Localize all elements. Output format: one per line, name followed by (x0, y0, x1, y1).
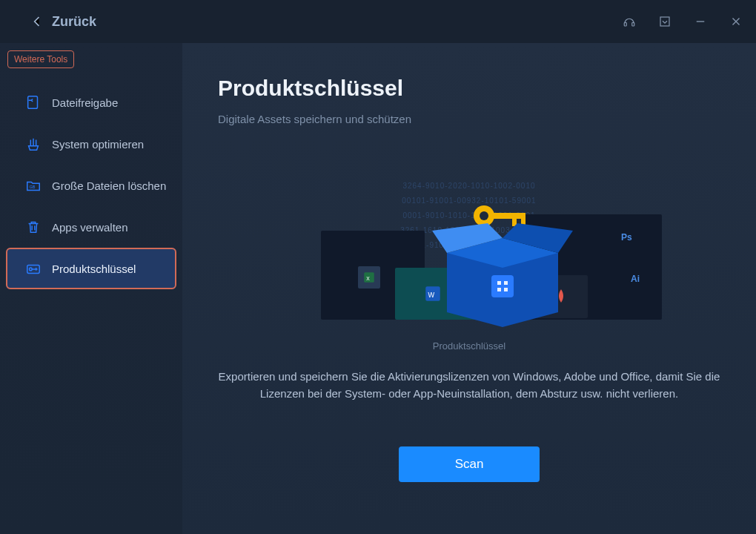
svg-rect-24 (504, 288, 508, 291)
page-subtitle: Digitale Assets speichern und schützen (218, 113, 720, 125)
excel-icon: x (362, 271, 376, 284)
description-text: Exportieren und speichern Sie die Aktivi… (218, 368, 720, 403)
sidebar-item-label: Apps verwalten (52, 221, 128, 234)
illustration-caption: Produktschlüssel (433, 340, 505, 352)
sidebar: Weitere Tools Dateifreigabe System optim… (0, 43, 182, 534)
back-label: Zurück (52, 14, 96, 30)
sidebar-item-label: System optimieren (52, 138, 144, 151)
sidebar-group-label: Weitere Tools (7, 50, 74, 68)
back-button[interactable]: Zurück (30, 14, 96, 30)
trash-icon (25, 219, 42, 235)
arrow-left-icon (30, 14, 44, 29)
svg-rect-21 (497, 281, 501, 285)
svg-rect-23 (497, 288, 501, 291)
share-icon (25, 94, 42, 111)
svg-rect-2 (660, 17, 669, 26)
svg-rect-11 (491, 213, 525, 219)
support-icon[interactable] (623, 15, 636, 28)
key-card-icon (25, 260, 42, 277)
window-controls (623, 15, 743, 28)
sidebar-item-label: Produktschlüssel (52, 263, 136, 275)
minimize-button[interactable] (694, 15, 707, 28)
svg-point-10 (480, 211, 488, 220)
titlebar: Zurück (0, 0, 756, 43)
broom-icon (25, 136, 42, 152)
menu-dropdown-icon[interactable] (658, 15, 672, 28)
main-panel: Produktschlüssel Digitale Assets speiche… (182, 43, 756, 534)
sidebar-item-dateifreigabe[interactable]: Dateifreigabe (0, 82, 182, 123)
svg-text:x: x (366, 274, 370, 282)
sidebar-item-system-optimieren[interactable]: System optimieren (0, 123, 182, 165)
folder-gb-icon: GB (25, 177, 42, 194)
svg-point-6 (30, 268, 33, 271)
open-box-icon (432, 223, 573, 327)
ai-tile-label: Ai (631, 274, 640, 284)
close-button[interactable] (729, 15, 743, 28)
sidebar-item-grosse-dateien[interactable]: GB Große Dateien löschen (0, 165, 182, 206)
sidebar-item-label: Dateifreigabe (52, 96, 118, 109)
sidebar-item-produktschluessel[interactable]: Produktschlüssel (6, 248, 176, 289)
ps-tile-label: Ps (621, 232, 632, 243)
svg-rect-1 (632, 23, 634, 27)
svg-rect-20 (491, 275, 514, 297)
svg-rect-22 (504, 281, 508, 285)
svg-rect-0 (624, 23, 626, 27)
svg-text:GB: GB (30, 185, 36, 189)
sidebar-item-label: Große Dateien löschen (52, 179, 166, 192)
page-title: Produktschlüssel (218, 76, 720, 101)
illustration: 3264-9010-2020-1010-1002-0010 00101-9100… (276, 179, 662, 327)
svg-rect-3 (28, 96, 38, 109)
scan-button[interactable]: Scan (399, 446, 540, 482)
sidebar-item-apps-verwalten[interactable]: Apps verwalten (0, 206, 182, 248)
